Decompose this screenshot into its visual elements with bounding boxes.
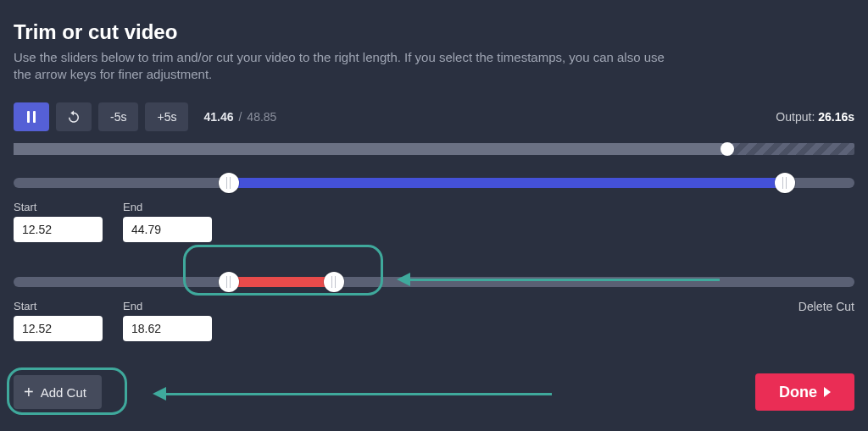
cut-end-input[interactable] (123, 316, 212, 341)
trim-section: Start End (14, 172, 854, 242)
pause-icon (27, 111, 36, 123)
time-readout: 41.46 / 48.85 (203, 110, 276, 124)
add-cut-label: Add Cut (41, 385, 86, 400)
footer-row: + Add Cut Done (14, 373, 854, 411)
output-readout: Output: 26.16s (776, 110, 854, 124)
trim-slider[interactable] (14, 172, 854, 194)
cut-section: Start End Delete Cut (14, 271, 854, 341)
total-time: 48.85 (247, 110, 276, 124)
delete-cut-link[interactable]: Delete Cut (798, 300, 854, 313)
trim-start-input[interactable] (14, 217, 103, 242)
done-button[interactable]: Done (755, 373, 854, 411)
trim-end-label: End (123, 201, 212, 213)
cut-slider[interactable] (14, 271, 854, 293)
cut-start-input[interactable] (14, 316, 103, 341)
plus-icon: + (24, 384, 34, 401)
rewind-button[interactable] (56, 102, 92, 131)
cut-end-knob[interactable] (324, 272, 344, 292)
forward-5s-button[interactable]: +5s (145, 102, 188, 131)
cut-track (14, 277, 854, 287)
output-label: Output: (776, 110, 815, 124)
cut-start-knob[interactable] (219, 272, 239, 292)
page-subtitle: Use the sliders below to trim and/or cut… (14, 49, 675, 84)
cut-segment (229, 277, 334, 287)
playhead-knob[interactable] (721, 142, 734, 156)
add-cut-button[interactable]: + Add Cut (14, 375, 102, 409)
done-label: Done (779, 384, 817, 401)
playhead-track[interactable] (14, 143, 854, 155)
trim-end-knob[interactable] (775, 173, 795, 193)
current-time: 41.46 (203, 110, 233, 124)
output-value: 26.16s (818, 110, 854, 124)
chevron-right-icon (824, 387, 831, 397)
cut-fields: Start End (14, 300, 854, 341)
playback-controls: -5s +5s 41.46 / 48.85 Output: 26.16s (14, 102, 854, 131)
trim-start-knob[interactable] (219, 173, 239, 193)
progress-fill (14, 143, 727, 155)
video-trim-panel: Trim or cut video Use the sliders below … (0, 0, 868, 355)
back-5s-button[interactable]: -5s (98, 102, 138, 131)
pause-button[interactable] (14, 102, 49, 131)
trim-end-input[interactable] (123, 217, 212, 242)
trim-start-label: Start (14, 201, 103, 213)
cut-end-label: End (123, 300, 212, 312)
trim-segment (229, 178, 785, 188)
rewind-icon (66, 109, 81, 124)
page-title: Trim or cut video (14, 20, 854, 44)
cut-start-label: Start (14, 300, 103, 312)
trim-fields: Start End (14, 201, 854, 242)
time-separator: / (238, 110, 242, 124)
